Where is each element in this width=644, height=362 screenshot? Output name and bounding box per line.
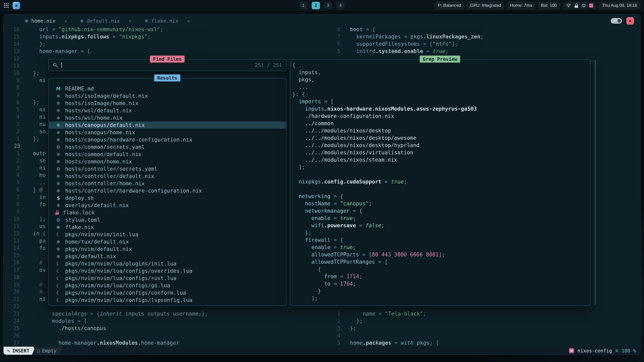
code-line: 15 inputs.nixpkgs.follows = "nixpkgs"; xyxy=(4,33,290,40)
result-item[interactable]: ☾pkgs/nvim/nvim/lua/configs/lspconfig.lu… xyxy=(49,296,286,304)
result-item[interactable]: ❄flake.nix xyxy=(49,223,286,231)
result-item[interactable]: flake.lock xyxy=(49,209,286,216)
buffer-icon: ▢ xyxy=(37,348,40,353)
tab-close-icon[interactable]: × xyxy=(187,18,190,24)
finder-preview-window: { inputs, pkgs, ...}: { imports = [ inpu… xyxy=(290,59,590,306)
preview-line xyxy=(292,171,590,178)
result-item[interactable]: ❄hosts/common/default.nix xyxy=(49,151,286,158)
result-item[interactable]: ⚙hosts/controller/secrets.yaml xyxy=(49,165,286,172)
preview-line: ... xyxy=(292,83,590,91)
buffer-state-label: Empty xyxy=(42,348,57,353)
workspace-button-1[interactable]: 1 xyxy=(299,2,308,9)
workspace-button-3[interactable]: 3 xyxy=(324,2,332,9)
result-item[interactable]: ❄hosts/canopus/hardware-configuration.ni… xyxy=(49,136,286,143)
results-list[interactable]: MREADME.md❄hosts/isoImage/default.nix❄ho… xyxy=(49,85,286,304)
result-counter: 251 / 251 xyxy=(255,62,282,68)
nix-icon: ❄ xyxy=(55,130,61,135)
preview-line: ./hardware-configuration.nix xyxy=(292,113,590,120)
code-line: 24 modules = [ xyxy=(4,318,290,325)
preview-line: { xyxy=(292,62,590,69)
preview-scrollbar[interactable] xyxy=(595,60,596,305)
nix-icon: ❄ xyxy=(55,122,61,128)
system-tray[interactable] xyxy=(563,2,596,9)
tab-flake.nix[interactable]: ❄flake.nix× xyxy=(145,18,190,24)
preview-line: inputs, xyxy=(292,69,590,76)
result-item[interactable]: $deploy.sh xyxy=(49,194,286,202)
project-name: nixos-config xyxy=(577,348,612,353)
result-item[interactable]: ❄hosts/controller/home.nix xyxy=(49,180,286,187)
buffer-state: ▢ Empty xyxy=(33,347,63,355)
nix-icon: ❄ xyxy=(55,181,61,186)
result-item[interactable]: ☾pkgs/nvim/nvim/lua/configs/conform.lua xyxy=(49,289,286,296)
topbar-module-home-latency: Home: 7ms xyxy=(507,2,535,10)
topbar-right: P: BalancedGPU: IntegratedHome: 7msBat: … xyxy=(435,2,640,10)
result-item[interactable]: ❄hosts/wsl/default.nix xyxy=(49,107,286,114)
result-item[interactable]: ☾pkgs/nvim/nvim/lua/configs/rust.lua xyxy=(49,275,286,282)
lua-icon: ☾ xyxy=(55,276,61,281)
preview-line: allowedTCPPortRanges = [ xyxy=(292,258,590,266)
preview-line: nixpkgs.config.cudaSupport = true; xyxy=(292,178,590,186)
editor-window: ❄home.nix×❄default.nix×❄flake.nix× × 16 … xyxy=(3,14,641,355)
result-item[interactable]: MREADME.md xyxy=(49,85,286,92)
preview-line xyxy=(292,186,590,193)
tab-default.nix[interactable]: ❄default.nix× xyxy=(80,18,131,24)
apps-grid-icon[interactable] xyxy=(4,3,9,8)
result-item[interactable]: ❄home/tux/default.nix xyxy=(49,238,286,245)
result-item[interactable]: ❄hosts/controller/hardware-configuration… xyxy=(49,187,286,194)
code-line: 6 supportedFilesystems = ["ntfs"]; xyxy=(324,40,640,48)
lua-icon: ☾ xyxy=(55,297,61,303)
code-line: 3}; xyxy=(324,325,640,332)
tab-list: ❄home.nix×❄default.nix×❄flake.nix× xyxy=(25,18,190,24)
code-line: 23 specialArgs = {inherit inputs outputs… xyxy=(4,310,290,318)
workspace-button-4[interactable]: 4 xyxy=(336,2,345,9)
result-item[interactable]: ❄hosts/canopus/default.nix xyxy=(49,121,286,129)
result-item[interactable]: ☾pkgs/nvim/nvim/lua/configs/overrides.lu… xyxy=(49,267,286,275)
result-item[interactable]: ❄hosts/isoImage/home.nix xyxy=(49,100,286,107)
clock: Thu Aug 08, 18:16 xyxy=(599,2,640,10)
nix-icon: ❄ xyxy=(55,152,61,157)
window-close-button[interactable]: × xyxy=(626,17,634,25)
result-item[interactable]: ☾pkgs/nvim/nvim/init.lua xyxy=(49,231,286,238)
result-item[interactable]: ☾pkgs/nvim/nvim/lua/configs/go.lua xyxy=(49,282,286,289)
result-item[interactable]: ❄overlays/default.nix xyxy=(49,202,286,209)
nix-icon: ❄ xyxy=(55,239,61,245)
finder-results-window: MREADME.md❄hosts/isoImage/default.nix❄ho… xyxy=(48,78,287,306)
nix-icon: ❄ xyxy=(55,93,61,99)
wifi-icon[interactable] xyxy=(566,4,571,8)
preview-line: } xyxy=(292,288,590,295)
result-item[interactable]: ❄hosts/wsl/home.nix xyxy=(49,114,286,121)
result-item[interactable]: ❄pkgs/default.nix xyxy=(49,253,286,260)
result-item[interactable]: ⚙hosts/common/secrets.yaml xyxy=(49,143,286,151)
result-item[interactable]: ☾pkgs/nvim/nvim/lua/plugins/init.lua xyxy=(49,260,286,267)
preview-line: networking = { xyxy=(292,193,590,200)
status-circle-icon[interactable] xyxy=(582,4,586,8)
nix-bright-icon: ❄ xyxy=(55,224,61,230)
results-title: Results xyxy=(154,74,180,81)
workspace-button-2[interactable]: 2 xyxy=(312,2,320,9)
result-item[interactable]: ❄hosts/controller/default.nix xyxy=(49,172,286,180)
tab-close-icon[interactable]: × xyxy=(64,18,67,24)
gear-icon: ⚙ xyxy=(55,166,61,172)
tab-close-icon[interactable]: × xyxy=(129,18,132,24)
result-item[interactable]: ❄hosts/common/home.nix xyxy=(49,158,286,165)
tab-home.nix[interactable]: ❄home.nix× xyxy=(25,18,67,24)
app-badge-icon[interactable]: ❄ xyxy=(13,2,20,9)
code-line: 1 name = "Tela-black"; xyxy=(324,310,640,318)
code-line: 5home.packages = with pkgs; [ xyxy=(324,339,640,347)
lock-icon[interactable] xyxy=(575,4,578,8)
lua-icon: ☾ xyxy=(55,268,61,274)
preview-line: imports = [ xyxy=(292,98,590,105)
toggle-icon[interactable] xyxy=(611,18,622,24)
color-swatch-icon[interactable] xyxy=(589,4,593,8)
markdown-icon: M xyxy=(55,86,61,91)
gear-blue-icon: ⚙ xyxy=(55,217,61,223)
text-cursor xyxy=(61,62,62,68)
code-line: 13 home-manager = { xyxy=(4,48,290,55)
nix-icon: ❄ xyxy=(55,203,61,208)
result-item[interactable]: ⚙stylua.toml xyxy=(49,216,286,223)
lua-icon: ☾ xyxy=(55,290,61,296)
result-item[interactable]: ❄hosts/canopus/home.nix xyxy=(49,129,286,136)
code-line: 8boot = { xyxy=(324,26,640,33)
result-item[interactable]: ❄pkgs/nvim/default.nix xyxy=(49,245,286,253)
result-item[interactable]: ❄hosts/isoImage/default.nix xyxy=(49,92,286,100)
